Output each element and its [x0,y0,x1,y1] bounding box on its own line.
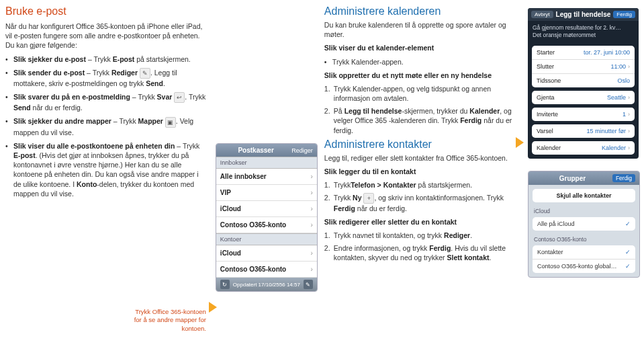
check-icon: ✓ [625,249,631,255]
caption-office365: Trykk Office 365-kontoen for å se andre … [130,308,206,333]
refresh-icon[interactable]: ↻ [220,280,230,289]
step-pick-calendar: 2.På Legg til hendelse-skjermen, trykker… [324,106,520,135]
mailboxes-widget: Postkasser Rediger Innbokser Alle innbok… [216,143,318,292]
repeat-block: GjentaSeattle› [532,91,635,104]
done-button[interactable]: Ferdig [612,174,635,182]
subhead-add-contact: Slik legger du til en kontakt [324,167,520,176]
section-accounts: Kontoer [216,233,317,245]
chevron-right-icon: › [628,63,630,70]
subhead-new-event: Slik oppretter du et nytt møte eller en … [324,71,520,80]
row-icloud-inbox[interactable]: iCloud› [216,201,317,217]
invitees-block: Inviterte1› [532,108,635,121]
subhead-view-item: Slik viser du et kalender-element [324,43,520,52]
row-alert[interactable]: Varsel15 minutter før› [532,124,635,138]
row-calendar[interactable]: KalenderKalender› [532,141,635,155]
calendar-intro: Du kan bruke kalenderen til å opprette o… [324,20,520,39]
event-location: Det oransje møterommet [533,32,634,39]
caption-row: Trykk Office 365-kontoen for å se andre … [130,281,217,333]
pointer-arrow-icon [516,137,524,148]
chevron-right-icon: › [628,145,630,151]
column-phone-mailboxes: Postkasser Rediger Innbokser Alle innbok… [216,5,316,354]
reply-icon: ↩ [174,92,185,103]
row-invitees[interactable]: Inviterte1› [532,108,635,121]
step-open-contacts: 1.TrykkTelefon > Kontakter på startskjer… [324,180,520,190]
add-event-toolbar: Avbryt Legg til hendelse Ferdig [528,8,639,21]
heading-calendar: Administrere kalenderen [324,5,520,17]
check-icon: ✓ [625,221,631,227]
section-icloud: iCloud [528,206,639,216]
compose-icon: ✎ [140,68,150,79]
groups-title: Grupper [559,175,586,182]
chevron-right-icon: › [311,173,313,180]
heading-email: Bruke e-post [5,5,208,17]
row-contoso-acct[interactable]: Contoso O365-konto› [216,262,317,278]
chevron-right-icon: › [311,205,313,212]
bullet-reply-mail: Slik svarer du på en e-postmelding – Try… [5,92,208,112]
row-starts[interactable]: Startertor. 27. juni 10:00 [532,46,635,60]
calendar-block: KalenderKalender› [532,141,635,155]
chevron-right-icon: › [311,249,313,257]
group-kontakter[interactable]: Kontakter✓ [533,245,635,260]
plus-icon: + [363,193,374,204]
row-ends[interactable]: Slutter11:00› [532,60,635,74]
updated-timestamp: Oppdatert 17/10/2556 14:57 [233,282,300,288]
bullet-check-mail: Slik sjekker du e-post – Trykk E-post på… [5,54,208,64]
row-timezone[interactable]: TidssoneOslo [532,74,635,87]
group-contoso-global[interactable]: Contoso O365-konto global…✓ [533,260,635,273]
row-icloud-acct[interactable]: iCloud› [216,245,317,262]
chevron-right-icon: › [628,94,630,101]
compose-icon[interactable]: ✎ [304,280,313,289]
edit-button[interactable]: Rediger [291,147,313,154]
add-event-widget: Avbryt Legg til hendelse Ferdig Gå gjenn… [528,8,639,159]
subhead-edit-contact: Slik redigerer eller sletter du en konta… [324,217,520,227]
row-all-inboxes[interactable]: Alle innbokser› [216,169,317,185]
check-icon: ✓ [625,263,631,270]
chevron-right-icon: › [311,189,313,196]
column-calendar-contacts: Administrere kalenderen Du kan bruke kal… [324,5,520,354]
hide-all-button[interactable]: Skjul alle kontakter [533,189,635,202]
bullet-all-accounts: Slik viser du alle e-postkontoene på enh… [5,141,208,198]
step-select-time: 1.Trykk Kalender-appen, og velg tidspunk… [324,84,520,103]
pointer-arrow-icon [209,302,217,313]
groups-toolbar: Grupper Ferdig [528,171,639,185]
time-block: Startertor. 27. juni 10:00 Slutter11:00›… [532,46,635,87]
section-inboxes: Innbokser [216,157,317,169]
column-right-phones: Avbryt Legg til hendelse Ferdig Gå gjenn… [528,5,639,354]
step-tap-name: 1.Trykk navnet til kontakten, og trykk R… [324,231,520,240]
event-info: Gå gjennom resultatene for 2. kv… Det or… [528,21,639,42]
done-button[interactable]: Ferdig [613,11,635,18]
mailboxes-footer: ↻ Oppdatert 17/10/2556 14:57 ✎ [216,278,317,291]
add-event-title: Legg til hendelse [556,11,611,18]
step-edit-done: 2.Endre informasjonen, og trykk Ferdig. … [324,243,520,262]
row-repeat[interactable]: GjentaSeattle› [532,91,635,104]
event-subject: Gå gjennom resultatene for 2. kv… [533,24,634,32]
section-contoso: Contoso O365-konto [528,235,639,244]
mailboxes-toolbar: Postkasser Rediger [216,144,317,157]
cancel-button[interactable]: Avbryt [531,11,553,18]
bullet-send-mail: Slik sender du e-post – Trykk Rediger ✎.… [5,68,208,88]
bullet-open-calendar: Trykk Kalender-appen. [324,57,520,67]
alert-block: Varsel15 minutter før› [532,124,635,138]
chevron-right-icon: › [628,128,630,134]
group-all-icloud[interactable]: Alle på iCloud✓ [533,217,635,231]
heading-contacts: Administrere kontakter [324,138,520,151]
row-vip[interactable]: VIP› [216,185,317,201]
mailboxes-title: Postkasser [238,147,273,154]
contacts-intro: Legg til, rediger eller slett kontakter … [324,153,520,163]
intro-text: Når du har konfigurert Office 365-kontoe… [5,22,208,50]
groups-widget: Grupper Ferdig Skjul alle kontakter iClo… [528,171,640,278]
row-contoso-inbox[interactable]: Contoso O365-konto› [216,217,317,233]
chevron-right-icon: › [311,221,313,229]
folder-icon: ▣ [165,117,176,128]
chevron-right-icon: › [628,111,630,118]
bullet-folders: Slik sjekker du andre mapper – Trykk Map… [5,116,208,136]
chevron-right-icon: › [311,266,313,273]
step-new-contact: 2.Trykk Ny +, og skriv inn kontaktinform… [324,193,520,213]
